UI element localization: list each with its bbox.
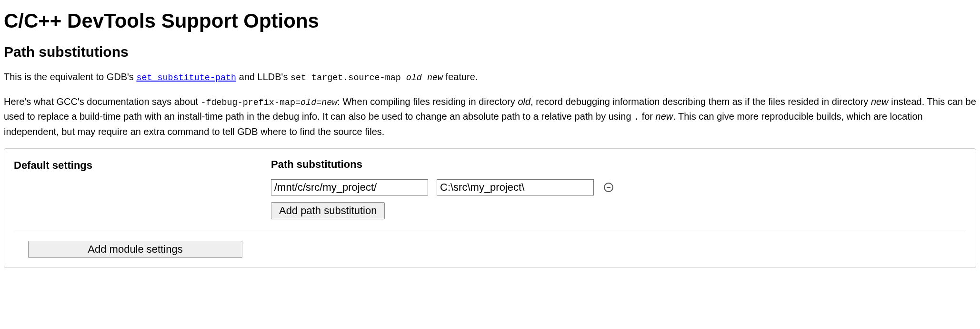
intro-paragraph-1: This is the equivalent to GDB's set subs… (4, 70, 976, 85)
section-heading: Path substitutions (4, 44, 976, 60)
settings-panel: Default settings Path substitutions Add … (4, 148, 976, 268)
intro-paragraph-2: Here's what GCC's documentation says abo… (4, 94, 976, 139)
divider (14, 230, 966, 230)
default-settings-label: Default settings (14, 158, 252, 172)
add-path-substitution-button[interactable]: Add path substitution (271, 202, 385, 219)
path-to-input[interactable] (437, 179, 594, 195)
add-module-settings-button[interactable]: Add module settings (28, 241, 242, 258)
path-substitution-row (271, 179, 966, 195)
path-from-input[interactable] (271, 179, 428, 195)
path-substitutions-label: Path substitutions (271, 158, 966, 171)
set-substitute-path-link[interactable]: set substitute-path (136, 72, 236, 82)
page-title: C/C++ DevTools Support Options (4, 10, 976, 32)
remove-row-icon[interactable] (602, 181, 615, 194)
